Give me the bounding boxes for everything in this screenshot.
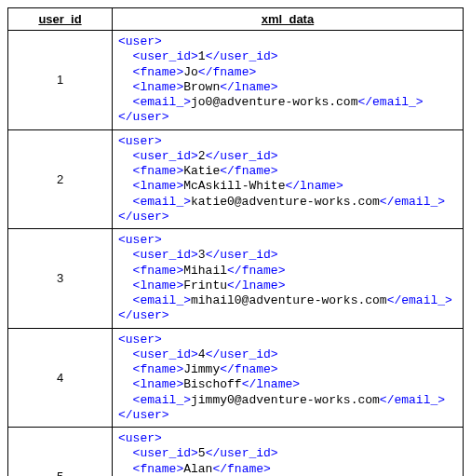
xml-content: <user> <user_id>4</user_id> <fname>Jimmy… bbox=[118, 333, 457, 424]
table-row: 3<user> <user_id>3</user_id> <fname>Miha… bbox=[8, 229, 464, 329]
user-id-cell: 2 bbox=[8, 129, 113, 229]
xml-content: <user> <user_id>1</user_id> <fname>Jo</f… bbox=[118, 34, 457, 126]
xml-data-cell: <user> <user_id>2</user_id> <fname>Katie… bbox=[113, 129, 464, 229]
user-id-cell: 4 bbox=[8, 328, 113, 428]
header-user-id: user_id bbox=[8, 8, 113, 31]
user-id-cell: 1 bbox=[8, 31, 113, 130]
xml-content: <user> <user_id>5</user_id> <fname>Alan<… bbox=[118, 431, 457, 476]
user-id-cell: 5 bbox=[8, 428, 113, 477]
header-xml-data: xml_data bbox=[113, 8, 464, 31]
xml-content: <user> <user_id>2</user_id> <fname>Katie… bbox=[118, 134, 457, 225]
xml-data-cell: <user> <user_id>5</user_id> <fname>Alan<… bbox=[113, 428, 464, 477]
xml-data-cell: <user> <user_id>1</user_id> <fname>Jo</f… bbox=[113, 31, 464, 130]
xml-content: <user> <user_id>3</user_id> <fname>Mihai… bbox=[118, 233, 457, 324]
xml-data-cell: <user> <user_id>3</user_id> <fname>Mihai… bbox=[113, 229, 464, 329]
table-row: 4<user> <user_id>4</user_id> <fname>Jimm… bbox=[8, 328, 464, 428]
header-row: user_id xml_data bbox=[8, 8, 464, 31]
table-row: 1<user> <user_id>1</user_id> <fname>Jo</… bbox=[8, 31, 464, 130]
table-row: 2<user> <user_id>2</user_id> <fname>Kati… bbox=[8, 129, 464, 229]
table-row: 5<user> <user_id>5</user_id> <fname>Alan… bbox=[8, 428, 464, 477]
user-id-cell: 3 bbox=[8, 229, 113, 329]
data-table: user_id xml_data 1<user> <user_id>1</use… bbox=[7, 7, 464, 476]
xml-data-cell: <user> <user_id>4</user_id> <fname>Jimmy… bbox=[113, 328, 464, 428]
